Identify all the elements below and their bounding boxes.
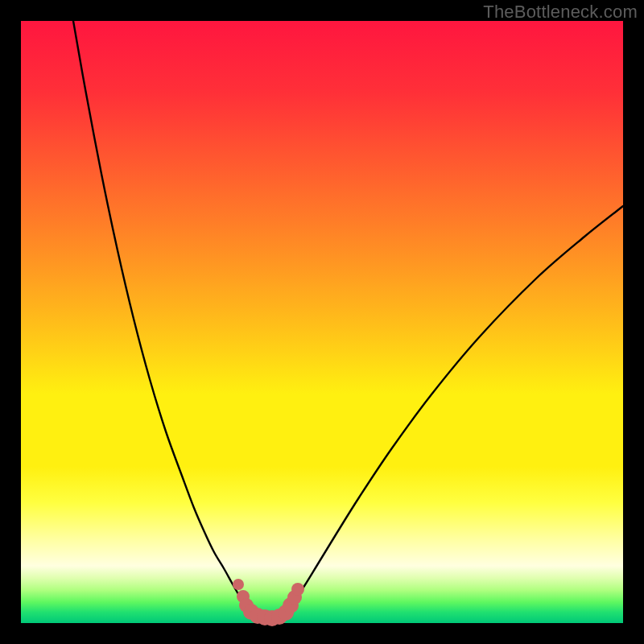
watermark-text: TheBottleneck.com	[483, 2, 638, 23]
marker-cluster	[233, 579, 304, 626]
marker-dot	[291, 583, 304, 596]
curve-left-branch	[73, 21, 248, 609]
marker-dot	[233, 579, 244, 590]
curve-right-branch	[288, 206, 623, 609]
plot-frame	[21, 21, 623, 623]
curve-layer	[21, 21, 623, 623]
